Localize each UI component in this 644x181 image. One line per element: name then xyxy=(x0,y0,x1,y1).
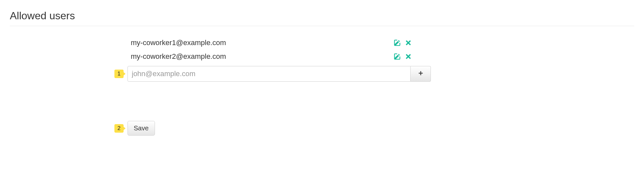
user-email: my-coworker2@example.com xyxy=(131,52,394,61)
edit-icon[interactable] xyxy=(394,39,401,46)
edit-icon[interactable] xyxy=(394,53,401,60)
user-email: my-coworker1@example.com xyxy=(131,39,394,47)
section-title: Allowed users xyxy=(10,10,634,26)
user-actions xyxy=(394,53,432,60)
user-row: my-coworker2@example.com xyxy=(127,50,432,63)
callout-badge-2: 2 xyxy=(114,124,124,133)
save-row: 2 Save xyxy=(127,121,634,136)
remove-icon[interactable] xyxy=(405,39,412,46)
plus-icon xyxy=(417,69,424,78)
callout-badge-1: 1 xyxy=(114,70,124,78)
allowed-users-panel: my-coworker1@example.com my-coworker2@ xyxy=(10,36,634,136)
user-actions xyxy=(394,39,432,46)
remove-icon[interactable] xyxy=(405,53,412,60)
user-row: my-coworker1@example.com xyxy=(127,36,432,50)
save-button[interactable]: Save xyxy=(127,121,155,136)
add-user-row: 1 xyxy=(127,66,634,82)
add-user-button[interactable] xyxy=(411,66,431,82)
email-input[interactable] xyxy=(127,66,411,82)
